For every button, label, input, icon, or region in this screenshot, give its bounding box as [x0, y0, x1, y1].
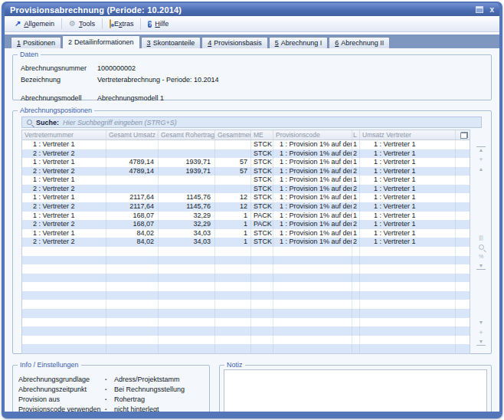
- table-row[interactable]: 1 : Vertreter 1 168,07 32,29 1 PACK 1 : …: [22, 212, 470, 221]
- column-header-l[interactable]: L: [352, 130, 360, 139]
- close-icon[interactable]: x: [488, 6, 496, 13]
- zoom-icon[interactable]: [479, 244, 484, 250]
- table-row[interactable]: 2 : Vertreter 2 STCK 1 : Provision 1% au…: [22, 185, 470, 194]
- table-row[interactable]: 2 : Vertreter 2 4789,14 1939,71 57 STCK …: [22, 167, 470, 176]
- expand-icon[interactable]: ▼: [476, 263, 486, 270]
- field-abrechnungsmodell: Abrechnungsmodell Abrechnungsmodell 1: [21, 92, 491, 103]
- cell-me: STCK: [251, 229, 273, 238]
- cell-gesamt-umsatz: [106, 336, 159, 345]
- cell-gesamt-rohertrag: 32,29: [159, 212, 215, 221]
- cell-me: [251, 291, 273, 300]
- info-value: Rohertrag: [114, 395, 145, 403]
- cell-gesamtmenge: [215, 282, 251, 291]
- tab-item[interactable]: 3Skontoanteile: [141, 37, 201, 48]
- cell-provisionscode: [273, 309, 352, 318]
- cell-gesamtmenge: [215, 291, 251, 300]
- cell-gesamt-umsatz: [106, 274, 159, 283]
- title-bar[interactable]: Provisionsabrechnung (Periode: 10.2014) …: [5, 3, 499, 16]
- tab-item[interactable]: 1Positionen: [11, 37, 61, 48]
- cell-gesamt-rohertrag: [159, 149, 215, 159]
- column-header-provisionscode[interactable]: Provisionscode: [273, 130, 352, 139]
- scroll-to-bottom-icon[interactable]: ▼: [476, 339, 486, 346]
- cell-gesamt-rohertrag: [159, 247, 215, 256]
- info-einstellungen-groupbox: Info / Einstellungen Abrechnungsgrundlag…: [12, 365, 210, 412]
- column-chooser-icon[interactable]: [460, 132, 468, 139]
- tab-item[interactable]: 4Provisionsbasis: [201, 37, 268, 48]
- cell-umsatz-vertreter: 1 : Vertreter 1: [360, 185, 456, 194]
- cell-provisionscode: [273, 282, 352, 291]
- table-row[interactable]: 1 : Vertreter 1 84,02 34,03 1 STCK 1 : P…: [22, 229, 470, 238]
- table-row-empty: [22, 282, 470, 291]
- bullet-icon: ▪: [105, 377, 114, 382]
- toolbar-item-label: Hilfe: [155, 20, 169, 28]
- cell-gesamtmenge: 12: [215, 193, 251, 202]
- cell-umsatz-vertreter: [360, 264, 456, 274]
- cell-me: STCK: [251, 238, 273, 247]
- column-header-umsatz-vertreter[interactable]: Umsatz Vertreter: [360, 130, 456, 139]
- table-row[interactable]: 1 : Vertreter 1 4789,14 1939,71 57 STCK …: [22, 158, 470, 167]
- tab-content-panel: Daten Abrechnungsnummer 1000000002 Bezei…: [5, 48, 499, 412]
- column-header-vertreternummer[interactable]: Vertreternummer: [22, 130, 106, 139]
- cell-vertreternummer: 2 : Vertreter 2: [22, 149, 106, 159]
- column-header-gesamt-umsatz[interactable]: Gesamt Umsatz EUR: [106, 130, 159, 139]
- cell-me: STCK: [251, 185, 273, 194]
- cell-umsatz-vertreter: 1 : Vertreter 1: [360, 193, 456, 202]
- table-row-empty: [22, 309, 470, 318]
- tab-strip: 1Positionen 2Detailinformationen 3Skonto…: [5, 34, 499, 48]
- info-row: Abrechnungsgrundlage ▪ Adress/Projektsta…: [18, 374, 209, 384]
- tab-item[interactable]: 2Detailinformationen: [62, 35, 140, 48]
- column-header-me[interactable]: ME: [251, 130, 273, 139]
- cell-umsatz-vertreter: 1 : Vertreter 1: [360, 167, 456, 176]
- main-toolbar: ↗ Allgemein ⚙ Tools Extras ? Hilfe: [5, 16, 499, 32]
- cell-vertreternummer: 1 : Vertreter 1: [22, 212, 106, 221]
- toolbar-menu-item[interactable]: ? Hilfe: [140, 18, 175, 30]
- cell-gesamt-umsatz: [106, 185, 159, 194]
- table-row[interactable]: 2 : Vertreter 2 168,07 32,29 1 PACK 1 : …: [22, 220, 470, 229]
- column-header-gesamtmenge[interactable]: Gesamtmenge: [215, 130, 251, 139]
- cell-vertreternummer: [22, 318, 106, 327]
- cell-gesamt-rohertrag: [159, 274, 215, 283]
- cell-vertreternummer: [22, 264, 106, 274]
- cell-vertreternummer: 1 : Vertreter 1: [22, 229, 106, 238]
- add-row-icon[interactable]: +: [476, 156, 486, 163]
- cell-filler: [456, 300, 470, 309]
- toolbar-menu-item[interactable]: ↗ Allgemein: [8, 18, 61, 29]
- cell-gesamt-umsatz: [106, 300, 159, 309]
- restore-icon[interactable]: [476, 6, 483, 13]
- toolbar-menu-item[interactable]: ⚙ Tools: [61, 18, 102, 29]
- cell-vertreternummer: 2 : Vertreter 2: [22, 185, 106, 194]
- cell-l: [352, 264, 360, 274]
- table-row[interactable]: 1 : Vertreter 1 STCK 1 : Provision 1% au…: [22, 140, 470, 149]
- cell-l: 2: [352, 185, 360, 194]
- cell-gesamtmenge: 1: [215, 229, 251, 238]
- notiz-textarea[interactable]: [224, 369, 487, 412]
- info-row: Provisionscode verwenden ▪ nicht hinterl…: [18, 404, 209, 412]
- search-bar[interactable]: Suche: Hier Suchbegriff eingeben (STRG+S…: [21, 116, 482, 128]
- tab-item[interactable]: 5Abrechnung I: [269, 37, 329, 48]
- cell-l: 1: [352, 212, 360, 221]
- tab-item[interactable]: 6Abrechnung II: [329, 37, 390, 48]
- cell-provisionscode: [273, 274, 352, 283]
- cell-gesamt-rohertrag: 34,03: [159, 238, 215, 247]
- insert-row-icon[interactable]: +: [476, 329, 486, 336]
- table-row[interactable]: 1 : Vertreter 1 2117,64 1145,76 12 STCK …: [22, 193, 470, 202]
- cell-provisionscode: [273, 256, 352, 265]
- percent-icon[interactable]: %: [476, 253, 486, 261]
- cell-me: PACK: [251, 212, 273, 221]
- cell-filler: [456, 140, 470, 149]
- columns-icon[interactable]: |||: [476, 234, 486, 241]
- scroll-to-top-icon[interactable]: ▲: [476, 146, 486, 153]
- table-row[interactable]: 2 : Vertreter 2 STCK 1 : Provision 1% au…: [22, 149, 470, 159]
- table-row[interactable]: 2 : Vertreter 2 84,02 34,03 1 STCK 1 : P…: [22, 238, 470, 247]
- move-up-icon[interactable]: ▲: [476, 166, 486, 173]
- cell-l: 2: [352, 220, 360, 229]
- move-down-icon[interactable]: ▼: [476, 319, 486, 326]
- column-header-gesamt-rohertrag[interactable]: Gesamt Rohertrag EUR: [159, 130, 215, 139]
- toolbar-menu-item[interactable]: Extras: [102, 18, 141, 29]
- cell-l: [352, 300, 360, 309]
- table-row[interactable]: 1 : Vertreter 1 STCK 1 : Provision 1% au…: [22, 176, 470, 185]
- table-row[interactable]: 2 : Vertreter 2 2117,64 1145,76 12 STCK …: [22, 202, 470, 212]
- cell-gesamtmenge: [215, 264, 251, 274]
- cell-gesamt-umsatz: [106, 282, 159, 291]
- toolbar-item-label: Extras: [114, 20, 134, 28]
